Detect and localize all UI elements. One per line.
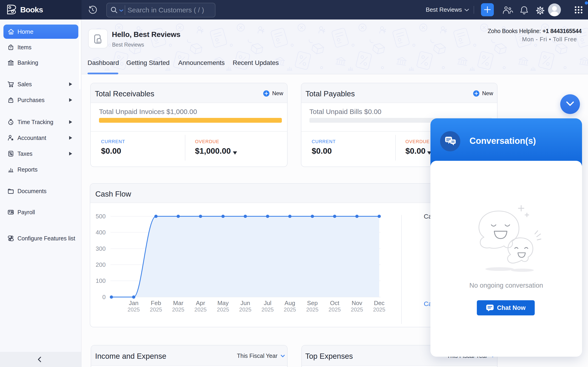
svg-text:Jun: Jun [241, 300, 250, 307]
svg-text:Oct: Oct [330, 300, 339, 307]
svg-text:Jan: Jan [129, 300, 138, 307]
svg-text:2025: 2025 [128, 307, 140, 313]
svg-text:2025: 2025 [261, 307, 274, 313]
svg-text:100: 100 [96, 277, 106, 284]
svg-text:Dec: Dec [374, 300, 384, 307]
svg-text:Nov: Nov [352, 300, 362, 307]
svg-text:200: 200 [96, 261, 106, 268]
svg-text:Apr: Apr [196, 300, 205, 307]
svg-text:Jul: Jul [264, 300, 271, 307]
svg-text:2025: 2025 [373, 307, 385, 313]
svg-text:2025: 2025 [217, 307, 229, 313]
svg-text:Sep: Sep [307, 300, 318, 307]
svg-text:2025: 2025 [329, 307, 341, 313]
svg-text:2025: 2025 [239, 307, 251, 313]
svg-text:Aug: Aug [285, 300, 295, 307]
svg-text:2025: 2025 [172, 307, 184, 313]
svg-text:2025: 2025 [194, 307, 207, 313]
svg-text:0: 0 [103, 294, 106, 300]
svg-text:2025: 2025 [150, 307, 162, 313]
svg-text:Feb: Feb [151, 300, 161, 307]
svg-text:2025: 2025 [284, 307, 296, 313]
svg-text:May: May [217, 300, 229, 307]
svg-text:500: 500 [96, 213, 106, 220]
svg-text:300: 300 [96, 245, 106, 252]
svg-text:2025: 2025 [351, 307, 363, 313]
svg-text:2025: 2025 [306, 307, 318, 313]
svg-text:Mar: Mar [173, 300, 183, 307]
svg-text:400: 400 [96, 229, 106, 236]
